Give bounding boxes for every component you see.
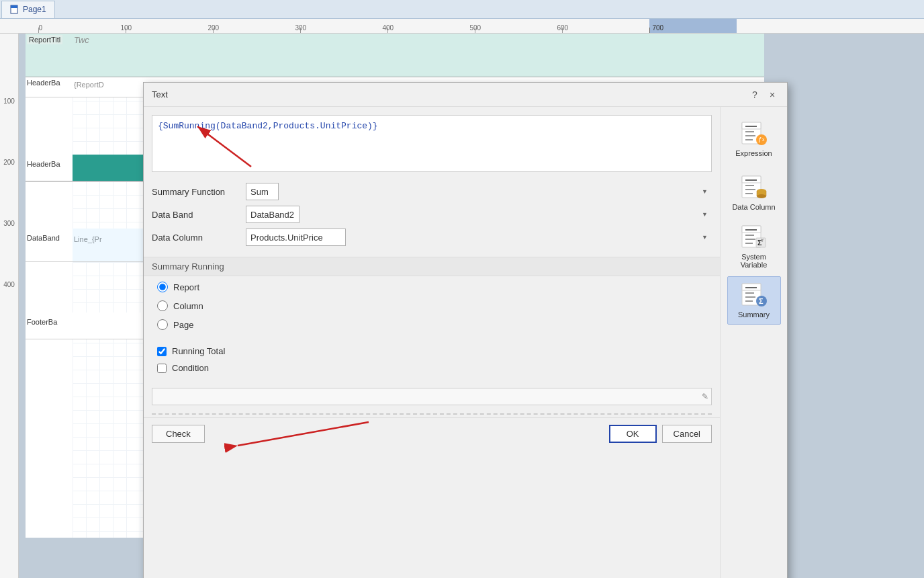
form-section: Summary Function Sum Min Max Avg Count <box>144 177 720 257</box>
data-band-row: Data Band DataBand1 DataBand2 DataBand3 <box>152 206 712 223</box>
system-variable-tool-btn[interactable]: Σ # System Variable <box>727 222 781 271</box>
data-column-tool-label: Data Column <box>732 203 775 211</box>
condition-checkbox[interactable] <box>157 364 167 373</box>
tab-page1[interactable]: Page1 <box>1 1 55 18</box>
dialog-body: {SumRunning(DataBand2,Products.UnitPrice… <box>144 107 787 578</box>
svg-rect-27 <box>742 226 761 233</box>
svg-text:#: # <box>761 238 764 243</box>
svg-text:Σ: Σ <box>759 297 764 305</box>
dialog-controls: ? × <box>748 88 779 101</box>
condition-item[interactable]: Condition <box>157 363 706 373</box>
footer-right-buttons: OK Cancel <box>609 425 712 443</box>
dashed-separator <box>152 413 712 415</box>
dialog-left-panel: {SumRunning(DataBand2,Products.UnitPrice… <box>144 107 720 578</box>
system-variable-tool-label: System Variable <box>728 253 780 269</box>
tab-label: Page1 <box>23 5 46 14</box>
radio-report[interactable]: Report <box>157 282 706 292</box>
summary-tool-label: Summary <box>738 311 770 319</box>
dialog-titlebar: Text ? × <box>144 83 787 107</box>
svg-point-23 <box>757 194 766 198</box>
summary-function-select-wrapper: Sum Min Max Avg Count <box>246 183 712 200</box>
svg-text:x: x <box>762 137 765 142</box>
check-button[interactable]: Check <box>152 425 205 443</box>
data-column-icon <box>741 175 768 200</box>
page-content: ReportTitl Twc HeaderBa {ReportD HeaderB… <box>19 34 924 578</box>
radio-page-input[interactable] <box>157 319 168 330</box>
data-band-select-wrapper: DataBand1 DataBand2 DataBand3 <box>246 206 712 223</box>
ruler: 0 100 200 300 400 500 600 700 <box>0 19 924 34</box>
tab-bar: Page1 <box>0 0 924 19</box>
vertical-ruler: 100 200 300 400 <box>0 34 19 578</box>
data-band-select[interactable]: DataBand1 DataBand2 DataBand3 <box>246 206 299 223</box>
ok-button[interactable]: OK <box>609 425 657 443</box>
expression-text: {SumRunning(DataBand2,Products.UnitPrice… <box>158 121 378 131</box>
radio-report-label: Report <box>173 282 199 292</box>
expression-icon: f x <box>741 121 768 147</box>
running-total-label: Running Total <box>172 346 225 356</box>
expression-input[interactable]: {SumRunning(DataBand2,Products.UnitPrice… <box>152 115 712 172</box>
svg-point-12 <box>756 134 767 145</box>
text-dialog: Text ? × {SumRunning(DataBand2,Products.… <box>143 82 788 578</box>
expression-tool-label: Expression <box>735 149 772 157</box>
summary-tool-btn[interactable]: Σ Summary <box>727 276 781 325</box>
dialog-title: Text <box>152 89 168 99</box>
svg-rect-36 <box>742 284 761 290</box>
data-column-select-wrapper: Products.ProductID Products.ProductName … <box>246 229 712 246</box>
help-button[interactable]: ? <box>748 88 761 101</box>
svg-rect-7 <box>742 122 761 129</box>
running-total-checkbox[interactable] <box>157 347 167 356</box>
close-button[interactable]: × <box>766 88 779 101</box>
data-band-label-form: Data Band <box>152 210 246 220</box>
cancel-button[interactable]: Cancel <box>662 425 712 443</box>
summary-function-row: Summary Function Sum Min Max Avg Count <box>152 183 712 200</box>
summary-icon: Σ <box>741 282 768 308</box>
system-variable-icon: Σ # <box>741 224 768 250</box>
checkbox-group: Running Total Condition <box>144 343 720 385</box>
radio-group: Report Column Page <box>144 276 720 343</box>
data-column-tool-btn[interactable]: Data Column <box>727 169 781 217</box>
dialog-footer: Check OK Cancel <box>144 417 720 450</box>
expression-tool-btn[interactable]: f x Expression <box>727 115 781 163</box>
page-icon <box>10 5 19 14</box>
condition-label: Condition <box>172 363 209 373</box>
condition-input-box[interactable]: ✎ <box>152 388 712 405</box>
summary-function-select[interactable]: Sum Min Max Avg Count <box>246 183 279 200</box>
radio-column-label: Column <box>173 301 203 311</box>
data-column-label-form: Data Column <box>152 233 246 243</box>
summary-running-header: Summary Running <box>144 257 720 276</box>
radio-column[interactable]: Column <box>157 300 706 311</box>
running-total-item[interactable]: Running Total <box>157 346 706 356</box>
radio-page[interactable]: Page <box>157 319 706 330</box>
edit-icon: ✎ <box>702 392 708 401</box>
dialog-overlay: Text ? × {SumRunning(DataBand2,Products.… <box>19 34 924 578</box>
radio-column-input[interactable] <box>157 300 168 311</box>
svg-rect-16 <box>742 176 761 183</box>
radio-report-input[interactable] <box>157 282 168 292</box>
dialog-right-panel: f x Expression <box>720 107 787 578</box>
svg-rect-1 <box>11 5 17 8</box>
data-column-select[interactable]: Products.ProductID Products.ProductName … <box>246 229 346 246</box>
radio-page-label: Page <box>173 320 193 330</box>
data-column-row: Data Column Products.ProductID Products.… <box>152 229 712 246</box>
summary-function-label: Summary Function <box>152 187 246 197</box>
canvas-area: 100 200 300 400 ReportTitl Twc HeaderBa … <box>0 34 924 578</box>
